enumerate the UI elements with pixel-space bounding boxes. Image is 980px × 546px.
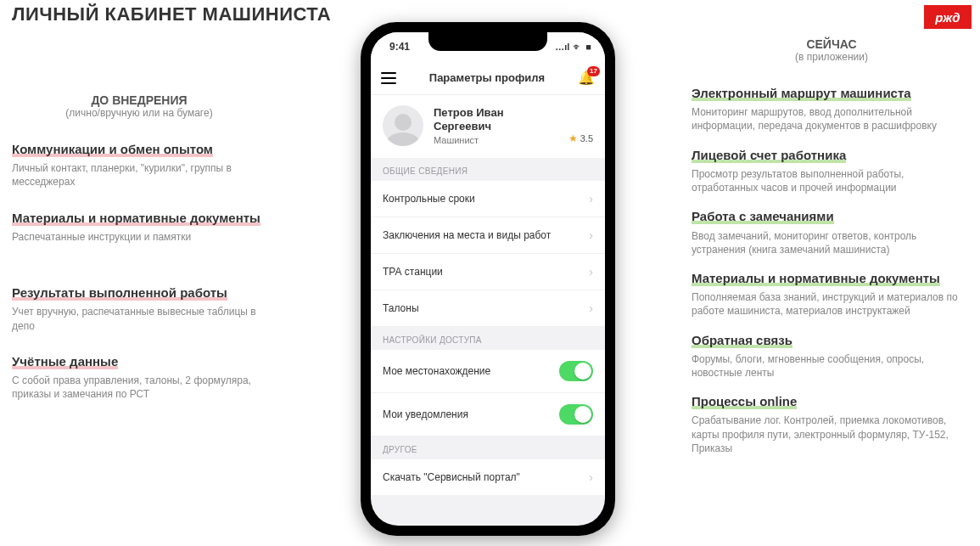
- right-header-title: СЕЙЧАС: [692, 37, 972, 51]
- signal-icon: …ıl: [555, 42, 569, 52]
- list-item[interactable]: Скачать "Сервисный портал"›: [371, 459, 605, 495]
- right-block-title: Процессы online: [692, 394, 797, 409]
- right-block-desc: Мониторинг маршрутов, ввод дополнительно…: [692, 105, 972, 132]
- right-header-sub: (в приложении): [692, 51, 972, 63]
- right-column: СЕЙЧАС (в приложении) Электронный маршру…: [692, 37, 972, 469]
- chevron-right-icon: ›: [589, 265, 593, 279]
- right-header: СЕЙЧАС (в приложении): [692, 37, 972, 63]
- list-item[interactable]: Талоны›: [371, 290, 605, 327]
- right-block-desc: Форумы, блоги, мгновенные сообщения, опр…: [692, 352, 972, 380]
- right-block-desc: Пополняемая база знаний, инструкций и ма…: [692, 290, 972, 318]
- location-toggle[interactable]: [559, 361, 593, 381]
- status-time: 9:41: [389, 41, 410, 53]
- screen-title: Параметры профиля: [396, 71, 578, 84]
- avatar: [383, 105, 423, 146]
- right-block-title: Лицевой счет работника: [692, 148, 846, 163]
- chevron-right-icon: ›: [589, 470, 593, 484]
- notifications-button[interactable]: 🔔 17: [578, 70, 595, 86]
- section-label-access: НАСТРОЙКИ ДОСТУПА: [371, 327, 605, 350]
- phone-notch: [428, 32, 547, 51]
- right-block-desc: Срабатывание лог. Контролей, приемка лок…: [692, 414, 972, 455]
- left-block: Учётные данные С собой права управления,…: [12, 353, 266, 402]
- wifi-icon: ᯤ: [573, 42, 582, 52]
- profile-rating: ★ 3.5: [568, 132, 593, 144]
- toggle-row-location: Мое местонахождение: [371, 350, 605, 393]
- toggle-row-notifications: Мои уведомления: [371, 393, 605, 436]
- profile-role: Машинист: [434, 135, 558, 145]
- right-block-desc: Ввод замечаний, мониторинг ответов, конт…: [692, 229, 972, 256]
- rzd-logo: ржд: [924, 5, 972, 29]
- hamburger-icon[interactable]: [381, 72, 396, 84]
- left-block-title: Коммуникации и обмен опытом: [12, 142, 213, 157]
- right-block: Электронный маршрут машиниста Мониторинг…: [692, 85, 972, 133]
- left-block-desc: Распечатанные инструкции и памятки: [12, 230, 266, 244]
- title-bar: Параметры профиля 🔔 17: [371, 61, 605, 95]
- right-block: Процессы online Срабатывание лог. Контро…: [692, 393, 972, 455]
- left-block-title: Результаты выполненной работы: [12, 285, 227, 301]
- chevron-right-icon: ›: [589, 228, 593, 242]
- page-title: ЛИЧНЫЙ КАБИНЕТ МАШИНИСТА: [12, 3, 331, 25]
- notification-badge: 17: [587, 66, 600, 76]
- left-column: ДО ВНЕДРЕНИЯ (лично/вручную или на бумаг…: [12, 93, 266, 421]
- profile-card[interactable]: Петров Иван Сергеевич Машинист ★ 3.5: [371, 95, 605, 158]
- section-label-general: ОБЩИЕ СВЕДЕНИЯ: [371, 158, 605, 181]
- star-icon: ★: [568, 132, 578, 144]
- left-block-desc: Учет вручную, распечатанные вывесные таб…: [12, 305, 266, 332]
- left-header-sub: (лично/вручную или на бумаге): [12, 107, 266, 119]
- right-block: Материалы и нормативные документы Пополн…: [692, 270, 972, 318]
- left-block-desc: С собой права управления, талоны, 2 форм…: [12, 374, 266, 401]
- right-block: Обратная связь Форумы, блоги, мгновенные…: [692, 332, 972, 380]
- phone-screen: 9:41 …ıl ᯤ ■ Параметры профиля 🔔 17 Петр…: [371, 32, 605, 526]
- left-header-title: ДО ВНЕДРЕНИЯ: [12, 93, 266, 107]
- phone-mockup: 9:41 …ıl ᯤ ■ Параметры профиля 🔔 17 Петр…: [361, 22, 615, 536]
- right-block-title: Электронный маршрут машиниста: [692, 86, 911, 101]
- notifications-toggle[interactable]: [559, 404, 593, 425]
- right-block: Работа с замечаниями Ввод замечаний, мон…: [692, 208, 972, 256]
- right-block-desc: Просмотр результатов выполненной работы,…: [692, 167, 972, 194]
- right-block: Лицевой счет работника Просмотр результа…: [692, 147, 972, 195]
- battery-icon: ■: [585, 42, 591, 52]
- profile-name: Петров Иван Сергеевич: [434, 106, 558, 134]
- list-item[interactable]: ТРА станции›: [371, 254, 605, 290]
- chevron-right-icon: ›: [589, 192, 593, 205]
- left-block-desc: Личный контакт, планерки, "курилки", гру…: [12, 161, 266, 189]
- section-label-other: ДРУГОЕ: [371, 436, 605, 459]
- left-block: Результаты выполненной работы Учет вручн…: [12, 284, 266, 333]
- left-block-title: Материалы и нормативные документы: [12, 211, 260, 226]
- right-block-title: Материалы и нормативные документы: [692, 271, 940, 286]
- left-block: Материалы и нормативные документы Распеч…: [12, 210, 266, 244]
- chevron-right-icon: ›: [589, 301, 593, 315]
- left-header: ДО ВНЕДРЕНИЯ (лично/вручную или на бумаг…: [12, 93, 266, 119]
- right-block-title: Обратная связь: [692, 333, 792, 348]
- list-item[interactable]: Заключения на места и виды работ›: [371, 217, 605, 254]
- left-block-title: Учётные данные: [12, 354, 118, 369]
- list-item[interactable]: Контрольные сроки›: [371, 181, 605, 217]
- right-block-title: Работа с замечаниями: [692, 209, 834, 224]
- left-block: Коммуникации и обмен опытом Личный конта…: [12, 141, 266, 189]
